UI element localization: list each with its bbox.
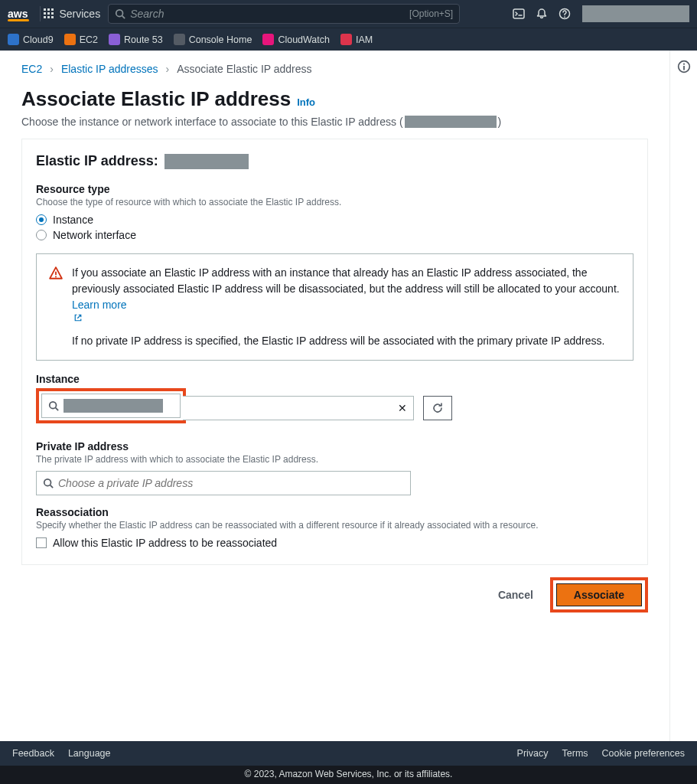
search-icon <box>43 478 54 488</box>
svg-line-7 <box>56 408 59 411</box>
services-label: Services <box>59 8 100 20</box>
instance-combobox[interactable] <box>41 394 181 418</box>
search-icon <box>48 400 59 411</box>
fav-label: EC2 <box>80 34 98 45</box>
alert-text-2: If no private IP address is specified, t… <box>72 333 620 349</box>
account-menu-redacted[interactable] <box>582 5 689 22</box>
private-ip-input[interactable] <box>58 477 404 489</box>
reassociation-checkbox-row[interactable]: Allow this Elastic IP address to be reas… <box>36 537 633 549</box>
page-title: Associate Elastic IP address <box>21 87 291 111</box>
fav-cloud9[interactable]: Cloud9 <box>8 34 54 45</box>
private-ip-help: The private IP address with which to ass… <box>36 454 633 465</box>
subtitle-suffix: ) <box>498 116 502 128</box>
footer-cookie-prefs[interactable]: Cookie preferences <box>602 748 685 759</box>
footer-language[interactable]: Language <box>68 748 111 759</box>
help-icon[interactable] <box>553 2 576 25</box>
fav-label: CloudWatch <box>278 34 330 45</box>
refresh-instances-button[interactable] <box>423 396 452 420</box>
card-title-label: Elastic IP address: <box>36 153 158 169</box>
cloudwatch-icon <box>262 34 274 45</box>
subtitle-prefix: Choose the instance or network interface… <box>21 116 403 128</box>
search-placeholder: Search <box>130 8 164 20</box>
route53-icon <box>109 34 120 45</box>
breadcrumb-ec2[interactable]: EC2 <box>21 63 42 75</box>
cancel-button[interactable]: Cancel <box>490 584 541 606</box>
svg-point-5 <box>55 276 57 277</box>
clear-instance-icon[interactable]: ✕ <box>398 402 407 414</box>
console-home-icon <box>174 34 185 45</box>
global-search[interactable]: Search [Option+S] <box>108 4 460 24</box>
iam-icon <box>340 34 352 45</box>
info-panel-toggle[interactable] <box>669 51 697 741</box>
fav-cloudwatch[interactable]: CloudWatch <box>262 34 330 45</box>
chevron-right-icon: › <box>166 63 170 75</box>
alert-body: If you associate an Elastic IP address w… <box>72 265 620 349</box>
associate-button[interactable]: Associate <box>556 583 642 606</box>
fav-iam[interactable]: IAM <box>340 34 373 45</box>
resource-type-label: Resource type <box>36 183 633 195</box>
cloudshell-icon[interactable] <box>507 2 530 25</box>
resource-type-help: Choose the type of resource with which t… <box>36 197 633 207</box>
fav-label: Cloud9 <box>23 34 54 45</box>
svg-point-11 <box>682 64 684 65</box>
chevron-right-icon: › <box>50 63 54 75</box>
associate-button-highlight: Associate <box>550 577 648 612</box>
eip-address-redacted <box>405 116 497 128</box>
services-grid-icon <box>44 8 54 19</box>
eip-value-redacted <box>164 154 249 169</box>
svg-rect-2 <box>513 9 524 18</box>
aws-logo[interactable]: aws <box>8 8 28 20</box>
radio-instance[interactable]: Instance <box>36 214 633 226</box>
checkbox-label: Allow this Elastic IP address to be reas… <box>53 537 277 549</box>
info-link[interactable]: Info <box>297 96 315 108</box>
svg-line-1 <box>122 16 125 19</box>
reassociation-help: Specify whether the Elastic IP address c… <box>36 520 633 531</box>
private-ip-label: Private IP address <box>36 440 633 452</box>
radio-icon <box>36 214 47 225</box>
global-nav: aws Services Search [Option+S] <box>0 0 697 28</box>
fav-route53[interactable]: Route 53 <box>109 34 163 45</box>
warning-icon <box>49 266 63 349</box>
external-link-icon <box>73 313 83 322</box>
reassociation-label: Reassociation <box>36 506 633 518</box>
checkbox-icon <box>36 537 47 548</box>
footer-privacy[interactable]: Privacy <box>517 748 549 759</box>
radio-network-interface[interactable]: Network interface <box>36 229 633 241</box>
instance-value-redacted <box>64 399 163 413</box>
radio-label: Network interface <box>53 229 136 241</box>
instance-field-highlight <box>36 388 186 423</box>
form-actions: Cancel Associate <box>21 577 648 612</box>
fav-label: Console Home <box>189 34 252 45</box>
learn-more-link[interactable]: Learn more <box>72 299 620 322</box>
footer-copyright: © 2023, Amazon Web Services, Inc. or its… <box>0 766 697 784</box>
card-title: Elastic IP address: <box>36 153 633 169</box>
info-icon <box>677 60 691 74</box>
footer-bar: Feedback Language Privacy Terms Cookie p… <box>0 741 697 766</box>
favorites-bar: Cloud9 EC2 Route 53 Console Home CloudWa… <box>0 28 697 51</box>
svg-point-8 <box>44 479 51 486</box>
footer-terms[interactable]: Terms <box>562 748 588 759</box>
notifications-icon[interactable] <box>530 2 553 25</box>
services-menu[interactable]: Services <box>44 8 100 20</box>
search-icon <box>115 8 125 19</box>
learn-more-label: Learn more <box>72 299 127 311</box>
footer-feedback[interactable]: Feedback <box>12 748 54 759</box>
warning-alert: If you associate an Elastic IP address w… <box>36 253 633 361</box>
private-ip-combobox[interactable] <box>36 471 411 495</box>
refresh-icon <box>432 402 444 414</box>
svg-point-0 <box>116 10 123 17</box>
breadcrumb-eip-list[interactable]: Elastic IP addresses <box>61 63 158 75</box>
alert-text-1: If you associate an Elastic IP address w… <box>72 266 620 295</box>
page-subtitle: Choose the instance or network interface… <box>21 116 648 128</box>
fav-ec2[interactable]: EC2 <box>64 34 98 45</box>
radio-icon <box>36 230 47 240</box>
associate-form-card: Elastic IP address: Resource type Choose… <box>21 139 648 565</box>
nav-divider <box>40 6 41 21</box>
radio-label: Instance <box>53 214 93 226</box>
fav-console-home[interactable]: Console Home <box>174 34 252 45</box>
svg-point-6 <box>50 402 57 409</box>
page-content: EC2 › Elastic IP addresses › Associate E… <box>0 51 669 741</box>
search-shortcut: [Option+S] <box>409 8 453 19</box>
fav-label: IAM <box>356 34 373 45</box>
instance-label: Instance <box>36 373 633 385</box>
